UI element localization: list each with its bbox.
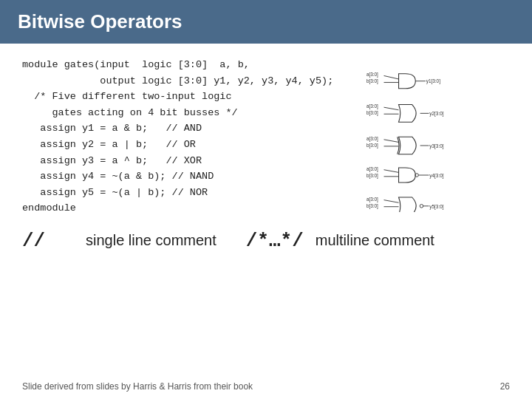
svg-line-14: [384, 140, 399, 143]
multiline-comment-label: multiline comment: [316, 232, 434, 249]
svg-text:a[3:0]: a[3:0]: [366, 197, 378, 202]
svg-line-2: [384, 75, 399, 79]
svg-text:y5[3:0]: y5[3:0]: [429, 204, 443, 210]
page-title: Bitwise Operators: [18, 10, 183, 33]
single-line-comment-item: // single line comment: [22, 230, 216, 252]
svg-text:y3[3:0]: y3[3:0]: [429, 143, 443, 149]
svg-text:a[3:0]: a[3:0]: [366, 136, 378, 142]
svg-text:b[3:0]: b[3:0]: [366, 203, 378, 209]
single-line-comment-label: single line comment: [86, 232, 216, 249]
svg-text:b[3:0]: b[3:0]: [366, 143, 378, 149]
svg-text:y2[3:0]: y2[3:0]: [429, 111, 443, 117]
code-block: module gates(input logic [3:0] a, b, out…: [22, 57, 347, 216]
svg-text:b[3:0]: b[3:0]: [366, 173, 378, 179]
footer: Slide derived from slides by Harris & Ha…: [0, 381, 532, 392]
multiline-comment-item: /*…*/ multiline comment: [246, 230, 434, 252]
svg-line-20: [384, 170, 399, 173]
svg-text:a[3:0]: a[3:0]: [366, 103, 378, 109]
svg-line-8: [384, 107, 399, 110]
svg-text:a[3:0]: a[3:0]: [366, 72, 378, 78]
circuit-diagram: a[3:0] b[3:0] y1[3:0] a[3:0] b[3:0] y2[3…: [358, 64, 506, 212]
svg-text:y4[3:0]: y4[3:0]: [429, 173, 443, 179]
comment-section: // single line comment /*…*/ multiline c…: [0, 216, 532, 252]
attribution-text: Slide derived from slides by Harris & Ha…: [22, 381, 253, 392]
multiline-comment-symbol: /*…*/: [246, 230, 304, 252]
svg-text:y1[3:0]: y1[3:0]: [426, 78, 440, 84]
svg-text:b[3:0]: b[3:0]: [366, 78, 378, 84]
code-section: module gates(input logic [3:0] a, b, out…: [22, 57, 347, 216]
svg-text:b[3:0]: b[3:0]: [366, 110, 378, 116]
diagram-section: a[3:0] b[3:0] y1[3:0] a[3:0] b[3:0] y2[3…: [355, 57, 510, 216]
svg-point-29: [420, 205, 423, 208]
svg-text:a[3:0]: a[3:0]: [366, 166, 378, 172]
header: Bitwise Operators: [0, 0, 532, 44]
single-line-comment-symbol: //: [22, 230, 74, 252]
page-number: 26: [500, 381, 510, 392]
svg-line-27: [384, 200, 399, 203]
